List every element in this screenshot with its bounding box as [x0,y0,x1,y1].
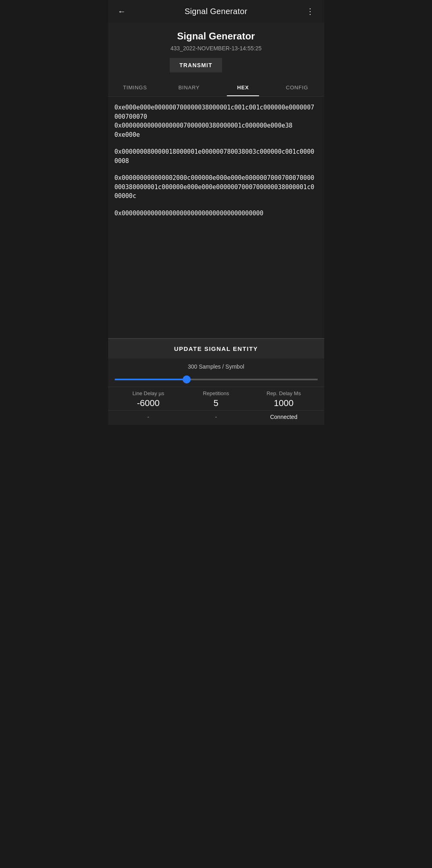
stat-line-delay: Line Delay µs -6000 [115,390,182,408]
bottom-section: UPDATE SIGNAL ENTITY 300 Samples / Symbo… [108,338,324,425]
tab-hex[interactable]: HEX [216,79,270,96]
stats-row: Line Delay µs -6000 Repetitions 5 Rep. D… [108,387,324,410]
hex-block-4: 0x00000000000000000000000000000000000000… [115,209,318,218]
tab-binary[interactable]: BINARY [162,79,216,96]
subtitle: 433_2022-NOVEMBER-13-14:55:25 [115,45,318,52]
hex-text-3: 0x000000000000002000c000000e000e000e0000… [115,173,318,201]
hex-block-2: 0x000000080000018000001e000000780038003c… [115,147,318,165]
app-bar: ← Signal Generator ⋮ [108,0,324,23]
tab-config[interactable]: CONFIG [270,79,324,96]
header-section: Signal Generator 433_2022-NOVEMBER-13-14… [108,23,324,79]
hex-text-4: 0x00000000000000000000000000000000000000… [115,209,318,218]
repetitions-label: Repetitions [182,390,250,396]
tab-timings[interactable]: TIMINGS [108,79,162,96]
hex-block-3: 0x000000000000002000c000000e000e000e0000… [115,173,318,201]
samples-label: 300 Samples / Symbol [108,359,324,371]
hex-text-1: 0xe000e000e000000700000038000001c001c001… [115,103,318,139]
status-item-1: - [115,414,182,420]
tabs-container: TIMINGS BINARY HEX CONFIG [108,79,324,97]
stat-rep-delay: Rep. Delay Ms 1000 [250,390,317,408]
update-signal-entity-button[interactable]: UPDATE SIGNAL ENTITY [108,338,324,359]
rep-delay-value: 1000 [250,398,317,408]
samples-slider[interactable] [115,379,318,380]
more-vert-icon: ⋮ [306,6,314,16]
menu-button[interactable]: ⋮ [303,3,317,19]
transmit-button[interactable]: TRANSMIT [170,58,222,72]
app-bar-title: Signal Generator [185,7,247,16]
hex-text-2: 0x000000080000018000001e000000780038003c… [115,147,318,165]
status-row: - - Connected [108,410,324,425]
line-delay-label: Line Delay µs [115,390,182,396]
rep-delay-label: Rep. Delay Ms [250,390,317,396]
repetitions-value: 5 [182,398,250,408]
line-delay-value: -6000 [115,398,182,408]
slider-container [108,371,324,387]
status-item-2: - [182,414,250,420]
back-icon: ← [118,7,126,16]
stat-repetitions: Repetitions 5 [182,390,250,408]
back-button[interactable]: ← [115,4,129,19]
status-item-connected: Connected [250,414,317,420]
hex-block-1: 0xe000e000e000000700000038000001c001c001… [115,103,318,139]
hex-content: 0xe000e000e000000700000038000001c001c001… [108,97,324,338]
main-title: Signal Generator [115,31,318,42]
